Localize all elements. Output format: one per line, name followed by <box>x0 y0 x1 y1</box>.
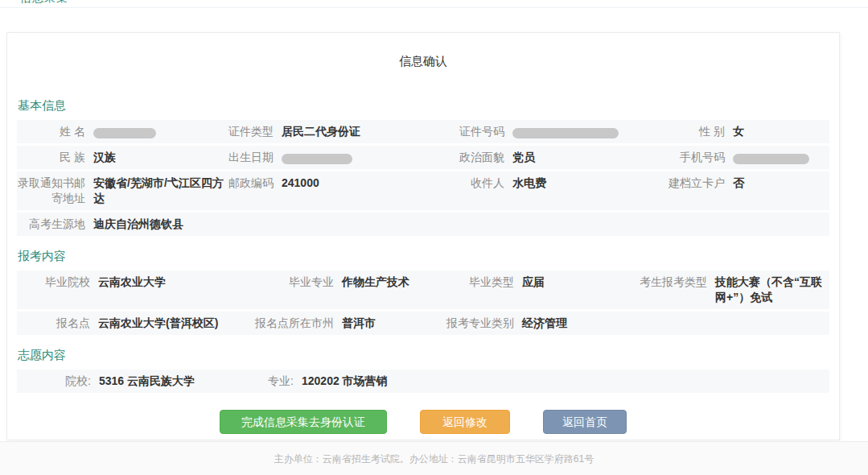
section-header-volunteer: 志愿内容 <box>18 348 829 363</box>
field-value-ethnicity: 汉族 <box>85 150 228 165</box>
form-row: 民 族 汉族 出生日期 政治面貌 党员 手机号码 <box>17 146 829 169</box>
field-value-id-number <box>504 124 660 139</box>
back-home-button[interactable]: 返回首页 <box>543 410 627 434</box>
field-value-volunteer-major: 120202 市场营销 <box>294 374 823 389</box>
field-value-gender: 女 <box>725 124 823 139</box>
field-label-reg-point: 报名点 <box>17 316 90 331</box>
field-label-archive-card: 建档立卡户 <box>660 176 725 191</box>
field-label-grad-type: 毕业类型 <box>446 275 514 290</box>
field-label-id-number: 证件号码 <box>459 124 504 139</box>
field-value-birth-date <box>274 150 459 165</box>
confirmation-card: 信息确认 基本信息 姓 名 证件类型 居民二代身份证 证件号码 性 别 女 民 … <box>6 32 840 440</box>
field-label-phone: 手机号码 <box>660 150 725 165</box>
clipped-nav-label: 信息采集 <box>20 0 68 6</box>
field-value-recipient: 水电费 <box>504 176 660 191</box>
field-label-postcode: 邮政编码 <box>228 176 274 191</box>
field-label-major-category: 报考专业类别 <box>446 316 514 331</box>
field-value-gaokao-origin: 迪庆自治州德钦县 <box>85 217 228 232</box>
field-label-grad-school: 毕业院校 <box>17 275 90 290</box>
field-value-grad-school: 云南农业大学 <box>90 275 255 290</box>
field-label-birth-date: 出生日期 <box>228 150 274 165</box>
field-value-mail-address: 安徽省/芜湖市/弋江区四方达 <box>85 176 228 206</box>
field-label-candidate-type: 考生报考类型 <box>635 275 707 290</box>
field-label-political: 政治面貌 <box>459 150 504 165</box>
complete-collection-button[interactable]: 完成信息采集去身份认证 <box>220 410 387 434</box>
field-value-grad-type: 应届 <box>514 275 635 290</box>
back-modify-button[interactable]: 返回修改 <box>420 410 510 434</box>
field-label-volunteer-school: 院校: <box>17 374 91 389</box>
field-value-phone <box>725 150 823 165</box>
field-label-ethnicity: 民 族 <box>17 150 85 165</box>
field-value-grad-major: 作物生产技术 <box>334 275 446 290</box>
field-label-volunteer-major: 专业: <box>257 374 294 389</box>
field-value-postcode: 241000 <box>274 176 459 191</box>
field-value-archive-card: 否 <box>725 176 823 191</box>
redacted-name <box>93 128 156 138</box>
form-row: 录取通知书邮寄地址 安徽省/芜湖市/弋江区四方达 邮政编码 241000 收件人… <box>17 171 829 210</box>
field-label-mail-address: 录取通知书邮寄地址 <box>17 176 85 206</box>
field-label-gender: 性 别 <box>660 124 725 139</box>
field-label-name: 姓 名 <box>17 124 85 139</box>
page-footer: 主办单位：云南省招生考试院。办公地址：云南省昆明市五华区学府路61号 <box>0 441 868 475</box>
redacted-id-number <box>512 128 619 138</box>
redacted-birth-date <box>282 154 352 164</box>
section-header-basic-info: 基本信息 <box>18 98 829 114</box>
top-divider <box>0 7 868 8</box>
redacted-phone <box>733 154 809 164</box>
action-buttons-row: 完成信息采集去身份认证 返回修改 返回首页 <box>17 410 829 434</box>
field-value-political: 党员 <box>504 150 660 165</box>
field-value-major-category: 经济管理 <box>514 316 635 331</box>
form-row: 毕业院校 云南农业大学 毕业专业 作物生产技术 毕业类型 应届 考生报考类型 技… <box>17 271 829 309</box>
field-label-reg-point-city: 报名点所在市州 <box>255 316 334 331</box>
field-label-grad-major: 毕业专业 <box>255 275 334 290</box>
section-header-application: 报考内容 <box>18 249 829 264</box>
field-value-id-type: 居民二代身份证 <box>274 124 459 139</box>
field-value-name <box>85 124 228 139</box>
field-label-recipient: 收件人 <box>459 176 504 191</box>
field-value-volunteer-school: 5316 云南民族大学 <box>91 374 257 389</box>
form-row: 院校: 5316 云南民族大学 专业: 120202 市场营销 <box>17 370 829 393</box>
form-row: 报名点 云南农业大学(普洱校区) 报名点所在市州 普洱市 报考专业类别 经济管理 <box>17 312 829 335</box>
field-label-id-type: 证件类型 <box>228 124 274 139</box>
form-row: 姓 名 证件类型 居民二代身份证 证件号码 性 别 女 <box>17 120 829 143</box>
field-value-candidate-type: 技能大赛（不含“互联网+”）免试 <box>707 275 823 305</box>
field-label-gaokao-origin: 高考生源地 <box>17 217 85 232</box>
form-row: 高考生源地 迪庆自治州德钦县 <box>17 213 829 236</box>
page-title: 信息确认 <box>17 54 829 70</box>
field-value-reg-point: 云南农业大学(普洱校区) <box>90 316 255 331</box>
field-value-reg-point-city: 普洱市 <box>334 316 446 331</box>
